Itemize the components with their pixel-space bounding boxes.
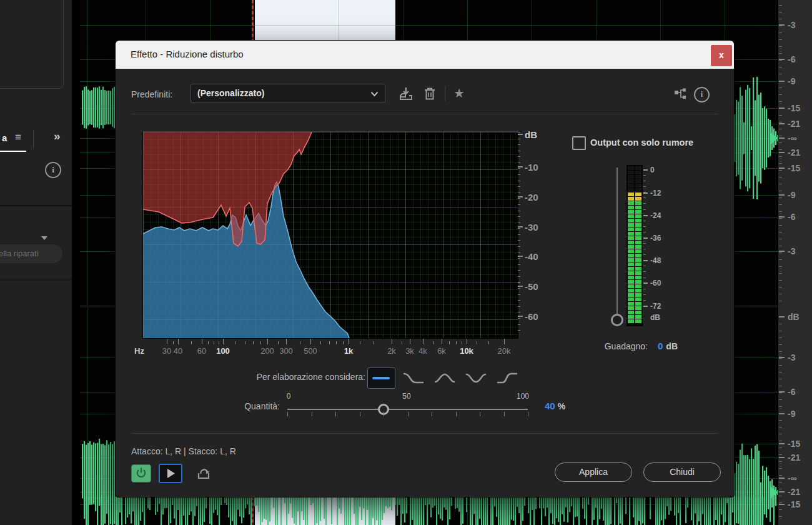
freq-axis-tick — [219, 341, 219, 344]
freq-axis-tick — [310, 339, 311, 344]
freq-axis-tick — [504, 339, 505, 344]
amount-value[interactable]: 40 — [545, 401, 555, 411]
amount-slider-tick — [480, 412, 480, 416]
dialog-titlebar[interactable]: Effetto - Riduzione disturbo x — [116, 41, 734, 69]
led-segment — [635, 179, 641, 183]
close-button[interactable]: x — [711, 45, 732, 66]
curve-dip-button[interactable] — [463, 369, 488, 387]
power-icon — [132, 465, 151, 482]
ruler-ticks — [779, 324, 782, 522]
led-segment — [628, 232, 634, 236]
gain-fader-handle[interactable] — [611, 314, 623, 326]
delete-preset-icon[interactable] — [422, 86, 438, 102]
meter-scale-tick — [643, 260, 648, 261]
led-row — [628, 284, 643, 288]
led-segment — [635, 171, 641, 174]
led-segment — [635, 192, 641, 196]
curve-bump-button[interactable] — [432, 369, 457, 387]
amount-slider-tick — [312, 412, 312, 416]
noise-reduction-dialog: Effetto - Riduzione disturbo x Predefini… — [116, 41, 734, 497]
menu-icon[interactable]: ≡ — [15, 131, 21, 144]
ruler-tick — [779, 478, 785, 479]
amount-slider-track[interactable] — [287, 409, 528, 410]
panel-tab[interactable]: a — [2, 132, 7, 143]
db-axis-label: dB — [525, 129, 537, 140]
save-preset-icon[interactable] — [398, 86, 414, 102]
ruler-label: -9 — [788, 189, 795, 201]
freq-axis-label: 4k — [418, 346, 427, 356]
led-segment — [628, 214, 634, 218]
led-segment — [635, 319, 641, 323]
meter-scale-tick — [643, 215, 648, 216]
ruler-label: -21 — [788, 118, 800, 129]
freq-axis-tick — [178, 339, 179, 344]
lowcut-curve-icon — [495, 369, 520, 387]
effect-power-toggle[interactable] — [131, 464, 151, 482]
favorite-star-icon[interactable]: ★ — [453, 86, 465, 101]
led-segment — [628, 258, 634, 262]
led-segment — [628, 171, 634, 174]
meter-scale-label: -60 — [650, 279, 661, 288]
curve-highcut-button[interactable] — [401, 369, 426, 387]
preview-play-button[interactable] — [159, 464, 182, 483]
apply-button[interactable]: Applica — [555, 462, 632, 482]
ruler-tick — [779, 123, 785, 124]
meter-scale-tick — [643, 192, 648, 194]
expand-panel-icon[interactable]: » — [54, 129, 61, 143]
gain-unit: dB — [666, 341, 678, 351]
gain-fader-track[interactable] — [616, 168, 618, 314]
amplitude-ruler[interactable]: -3-6-9-15-21-∞-21-15-9-6-3dB-3-6-9-15-21… — [778, 0, 812, 525]
led-segment — [635, 306, 641, 310]
amount-scale-50: 50 — [402, 392, 410, 401]
curve-flat-button[interactable] — [367, 368, 395, 389]
led-segment — [628, 276, 634, 279]
amount-slider-tick — [408, 412, 408, 416]
presets-dropdown[interactable]: (Personalizzato) — [191, 84, 385, 103]
bump-curve-icon — [432, 369, 457, 387]
led-segment — [635, 249, 641, 253]
led-row — [628, 254, 643, 258]
ruler-label: -15 — [788, 438, 800, 449]
playhead[interactable] — [252, 0, 254, 41]
freq-axis-tick — [235, 341, 235, 344]
ruler-label: -6 — [788, 386, 795, 398]
repair-button[interactable]: ella riparati — [0, 244, 62, 263]
info-icon[interactable]: i — [694, 87, 710, 102]
ruler-tick — [779, 24, 785, 26]
freq-axis-label: 100 — [216, 346, 230, 356]
led-segment — [628, 319, 634, 323]
gain-value[interactable]: 0 — [658, 341, 663, 351]
freq-axis-tick — [320, 341, 321, 344]
spectrum-plot[interactable] — [142, 131, 518, 339]
led-row — [628, 188, 643, 192]
led-segment — [635, 188, 641, 192]
flat-curve-icon — [369, 369, 394, 387]
ruler-label: -3 — [788, 352, 795, 363]
meter-scale-label: 0 — [650, 166, 655, 174]
freq-axis-label: 3k — [405, 346, 414, 356]
led-segment — [628, 241, 634, 244]
meter-scale-tick — [643, 306, 648, 307]
freq-axis-tick — [392, 339, 392, 344]
led-segment — [635, 223, 641, 227]
led-segment — [628, 311, 634, 314]
led-segment — [635, 280, 641, 284]
led-segment — [628, 219, 634, 222]
playhead[interactable] — [252, 497, 254, 525]
channel-map-icon[interactable] — [674, 88, 688, 99]
meter-scale-tick — [643, 282, 648, 284]
chevron-down-icon[interactable] — [41, 236, 47, 240]
ruler-tick — [779, 59, 785, 60]
info-icon[interactable]: i — [45, 162, 61, 178]
curve-lowcut-button[interactable] — [495, 369, 520, 387]
led-segment — [635, 298, 641, 301]
output-noise-only-checkbox[interactable] — [572, 136, 586, 150]
freq-axis-tick — [410, 339, 410, 344]
freq-axis-label: 20k — [498, 346, 511, 356]
freq-axis-label: 6k — [437, 346, 446, 356]
db-axis-tick — [518, 196, 523, 198]
close-dialog-button[interactable]: Chiudi — [643, 462, 721, 482]
loop-playback-icon[interactable] — [196, 466, 212, 481]
led-row — [628, 223, 643, 227]
presets-value: (Personalizzato) — [197, 88, 264, 98]
